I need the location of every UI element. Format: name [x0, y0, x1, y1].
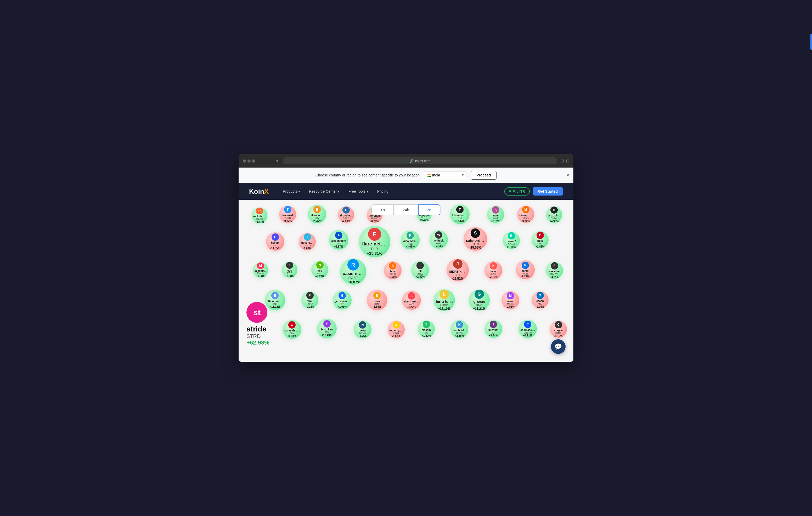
coin-ticker-decentraland: MANA: [257, 272, 264, 275]
coin-icon-coinbase-wrapped: C: [524, 321, 531, 328]
coin-icon-frax: F: [306, 292, 314, 299]
bubble-helium[interactable]: H helium HNT -11.95%: [266, 232, 284, 251]
stride-bubble[interactable]: st stride STRD +62.93%: [246, 302, 269, 346]
bubble-ecash[interactable]: X ecash XEC -2.06%: [531, 292, 549, 308]
coin-icon-gnosis: G: [474, 290, 484, 299]
bubble-msol[interactable]: M msol MSOL -2.55%: [501, 291, 519, 309]
nav-free-tools[interactable]: Free Tools ▾: [345, 187, 372, 195]
bubble-gnosis[interactable]: G gnosis GNO +11.21%: [469, 290, 490, 310]
coin-change-algorand: +3.42%: [419, 219, 429, 222]
bubble-whitebit[interactable]: W whitebit WBT +7.53%: [430, 230, 448, 249]
bubble-iota[interactable]: I iota IOTA +2.42%: [411, 261, 429, 279]
coin-ticker-blur: BLUR: [389, 273, 396, 276]
logo[interactable]: KoinX: [249, 187, 269, 195]
bubble-jupiter-exchange[interactable]: J jupiter-exchang... JUP -12.52%: [446, 259, 469, 281]
bubble-dydx-chain[interactable]: D dydx-chain DYDX +4.96%: [546, 207, 562, 223]
back-button[interactable]: ←: [258, 158, 265, 164]
bubble-elrond-erd-2[interactable]: E elrond-erd-2 EGLD -2.68%: [338, 207, 354, 223]
bubble-eos[interactable]: E eos EOS +2.88%: [282, 262, 297, 278]
coin-name-oasis-network: oasis-network: [343, 271, 364, 276]
coin-ticker-nexo: NEXO: [359, 332, 366, 335]
chat-button[interactable]: 💬: [551, 339, 566, 354]
bubble-akash-network[interactable]: A akash-network AKT -4.27%: [402, 291, 421, 310]
bubble-axie-infinity[interactable]: A axie-infinity AXS +3.87%: [329, 230, 348, 250]
coin-icon-chiliz: C: [536, 232, 544, 239]
coin-change-illuvium: +3.64%: [489, 334, 498, 337]
bubble-coinbase-wrapped[interactable]: C coinbase-... CBETH +5.91%: [519, 320, 537, 338]
coin-change-ethereum-name: +15.02%: [270, 305, 280, 308]
bubble-tether-gold[interactable]: X tether-gold XAUT -0.08%: [388, 321, 405, 338]
coin-change-true-usd: -0.22%: [284, 219, 292, 222]
address-bar[interactable]: 🔗 koinx.com: [283, 157, 557, 164]
bubble-neo[interactable]: N neo NEO +4.77%: [311, 261, 328, 278]
bubble-curve-dao-token[interactable]: C curve-dao-token CRV +5.44%: [283, 320, 301, 339]
coin-ticker-fasttoken: FTN: [325, 331, 329, 334]
coin-icon-siacoin: S: [423, 321, 430, 328]
extensions-button[interactable]: ⊡: [560, 158, 564, 163]
get-started-button[interactable]: Get Started: [533, 187, 563, 195]
time-filter-24h[interactable]: 24h: [394, 205, 418, 215]
bubble-aave[interactable]: A aave AAVE +3.82%: [487, 206, 504, 223]
site-nav: KoinX Products ▾ Resource Center ▾ Free …: [239, 183, 573, 200]
bubble-ronin[interactable]: R ronin RON -9.22%: [516, 260, 535, 279]
nav-products[interactable]: Products ▾: [279, 187, 304, 195]
bubble-flare-networks[interactable]: F flare-networks FLR +25.31%: [359, 226, 390, 257]
file-itr-button[interactable]: File ITR: [504, 187, 530, 195]
nav-pricing[interactable]: Pricing: [374, 187, 392, 195]
bubble-bonk[interactable]: B bonk BONK -5.34%: [367, 290, 387, 310]
bubble-illuvium[interactable]: I illuvium ILV +3.64%: [485, 320, 502, 338]
bubble-nexo[interactable]: N nexo NEXO +1.76%: [354, 321, 372, 338]
coin-change-eos: +2.88%: [285, 275, 294, 278]
coin-icon-aave: A: [492, 206, 499, 214]
coin-change-kava: -2.75%: [489, 275, 498, 278]
bubble-tokenize-xchange[interactable]: T tokenize-xchange TKX +12.13%: [450, 205, 470, 224]
proceed-button[interactable]: Proceed: [471, 171, 496, 180]
coin-name-bitcoin-cash-sv: bitcoin-cash-sv: [310, 214, 324, 217]
bubble-frax[interactable]: F frax FRAX +0.26%: [301, 292, 318, 308]
bubble-mina-protocol[interactable]: M mina-protocol MINA -0.79%: [517, 206, 534, 223]
country-select[interactable]: 🇮🇳 India 🇺🇸 United States 🇬🇧 United King…: [424, 171, 466, 179]
bubble-siacoin[interactable]: S siacoin SC +1.47%: [418, 321, 435, 337]
coin-change-terra-luna: +12.10%: [438, 307, 451, 310]
coin-name-gatechain-token: gatechain-token: [335, 300, 350, 303]
time-filter-1h[interactable]: 1h: [372, 205, 394, 215]
bubble-beam-2[interactable]: B beam-2 BEAM +1.10%: [503, 232, 520, 249]
coin-name-flare-networks: flare-networks: [362, 241, 387, 247]
forward-button[interactable]: →: [266, 158, 272, 164]
nav-right: File ITR Get Started: [504, 187, 563, 195]
bubble-rocket-pool-eth[interactable]: R rocket-pool-eth RETH +5.47%: [252, 208, 267, 223]
close-banner-button[interactable]: ×: [567, 173, 569, 178]
bubble-chiliz[interactable]: C chiliz CHZ +2.88%: [531, 231, 549, 248]
coin-change-dydx-chain: +4.96%: [550, 220, 558, 223]
bubble-corgiai[interactable]: C corgiai CORGI -4.19%: [550, 321, 567, 338]
coin-change-frax: +0.26%: [305, 305, 314, 308]
bubble-kucoin-shares[interactable]: K kucoin-shares KCS +3.66%: [401, 231, 419, 249]
bubble-oasis-network[interactable]: R oasis-network ROSE +16.87%: [340, 259, 366, 285]
bubble-terra-luna[interactable]: L terra-luna LUNC +12.10%: [433, 290, 455, 311]
bubble-kava[interactable]: K kava KAVA -2.75%: [485, 262, 502, 279]
browser-window: ← → ↻ 🔗 koinx.com ⊡ ⊟ Choose country or …: [239, 154, 573, 362]
bubble-huobi-btc[interactable]: H huobi-btc HBTC +2.38%: [451, 320, 468, 338]
refresh-button[interactable]: ↻: [274, 158, 280, 164]
bubble-frax-ether[interactable]: F frax-ether FRXETH +4.91%: [546, 262, 563, 279]
coin-ticker-frax-ether: FRXETH: [550, 273, 559, 276]
coin-change-bitcoin-cash-sv: +4.29%: [313, 219, 321, 222]
bubble-fasttoken[interactable]: F fasttoken FTN +12.43%: [317, 318, 337, 338]
coin-icon-frax-ether: F: [551, 262, 558, 270]
bubble-blur[interactable]: B blur BLUR -1.68%: [384, 262, 402, 279]
time-filters: 1h 24h 7d: [372, 205, 440, 215]
coin-icon-theta-token: T: [304, 234, 311, 241]
bubble-gatechain-token[interactable]: G gatechain-token GT +1.01%: [333, 291, 352, 309]
bubble-sats-ordinals[interactable]: S sats-ordinals SATS -15.59%: [464, 227, 487, 251]
bubble-true-usd[interactable]: T true-usd TUSD -0.22%: [279, 206, 296, 223]
coin-ticker-dydx-chain: DYDX: [551, 217, 557, 220]
nav-resource-center[interactable]: Resource Center ▾: [305, 187, 343, 195]
sidebar-button[interactable]: ⊟: [566, 158, 569, 163]
bubble-theta-token[interactable]: T theta-token THETA -0.87%: [299, 233, 316, 250]
bubble-decentraland[interactable]: M decentraland MANA +0.88%: [253, 263, 268, 278]
time-filter-7d[interactable]: 7d: [418, 205, 440, 215]
coin-name-terra-luna: terra-luna: [436, 300, 453, 304]
file-itr-label: File ITR: [513, 189, 525, 193]
bubble-bitcoin-cash-sv[interactable]: B bitcoin-cash-sv BSV +4.29%: [308, 205, 326, 223]
coin-icon-bonk: B: [373, 292, 381, 299]
